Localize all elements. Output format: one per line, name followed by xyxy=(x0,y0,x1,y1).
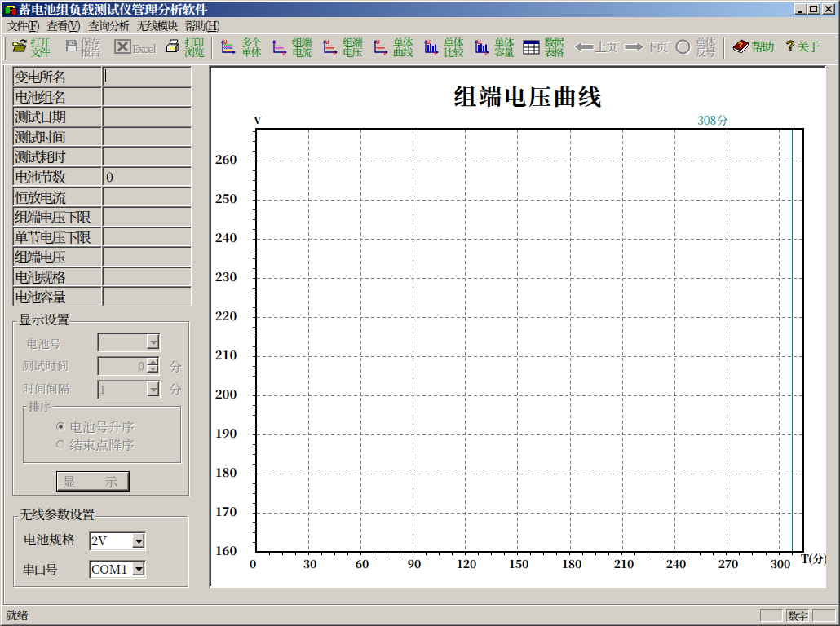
svg-text:U: U xyxy=(325,40,329,46)
svg-text:260: 260 xyxy=(215,150,237,167)
svg-text:180: 180 xyxy=(215,463,237,480)
svg-text:120: 120 xyxy=(457,555,477,571)
svg-text:?: ? xyxy=(786,38,794,53)
svg-text:V: V xyxy=(254,112,262,127)
svg-text:240: 240 xyxy=(215,228,237,245)
svg-text:160: 160 xyxy=(215,541,237,558)
svg-text:U: U xyxy=(427,40,431,46)
svg-text:0: 0 xyxy=(250,555,256,571)
svg-text:?: ? xyxy=(738,39,743,50)
svg-text:U: U xyxy=(376,40,380,46)
svg-text:150: 150 xyxy=(509,555,529,571)
svg-text:90: 90 xyxy=(408,555,422,571)
svg-text:190: 190 xyxy=(215,424,237,441)
svg-text:308分: 308分 xyxy=(697,112,727,128)
svg-text:210: 210 xyxy=(614,555,634,571)
svg-text:I: I xyxy=(275,40,276,46)
svg-text:180: 180 xyxy=(562,555,582,571)
svg-text:220: 220 xyxy=(215,306,237,324)
svg-text:230: 230 xyxy=(215,267,237,284)
svg-text:210: 210 xyxy=(215,346,237,363)
svg-text:250: 250 xyxy=(215,189,237,206)
svg-text:170: 170 xyxy=(215,502,237,519)
svg-text:60: 60 xyxy=(356,555,369,571)
svg-text:240: 240 xyxy=(666,555,687,571)
svg-text:U: U xyxy=(223,40,228,46)
svg-text:T(分): T(分) xyxy=(801,550,826,566)
svg-text:270: 270 xyxy=(718,555,739,571)
svg-text:200: 200 xyxy=(215,385,237,402)
svg-text:组端电压曲线: 组端电压曲线 xyxy=(453,79,603,112)
svg-text:U: U xyxy=(477,40,481,46)
svg-text:30: 30 xyxy=(303,555,317,571)
svg-text:300: 300 xyxy=(771,555,791,571)
